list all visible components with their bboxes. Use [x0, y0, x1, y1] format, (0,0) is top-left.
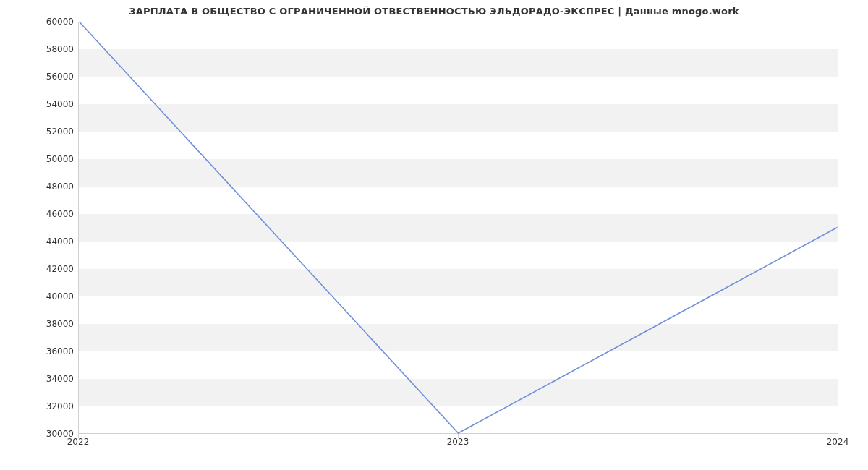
- chart-title: ЗАРПЛАТА В ОБЩЕСТВО С ОГРАНИЧЕННОЙ ОТВЕС…: [0, 6, 868, 17]
- y-tick-label: 32000: [9, 401, 74, 411]
- y-tick-label: 52000: [9, 127, 74, 137]
- x-tick-label: 2023: [447, 437, 469, 447]
- x-tick-mark: [838, 434, 838, 438]
- y-tick-label: 30000: [9, 429, 74, 439]
- y-tick-label: 46000: [9, 209, 74, 219]
- x-tick-mark: [458, 434, 459, 438]
- y-tick-label: 40000: [9, 291, 74, 302]
- y-tick-label: 34000: [9, 374, 74, 384]
- x-tick-mark: [78, 434, 79, 438]
- y-tick-label: 36000: [9, 346, 74, 356]
- y-tick-label: 56000: [9, 72, 74, 82]
- x-tick-label: 2024: [827, 437, 849, 447]
- y-tick-label: 60000: [9, 17, 74, 27]
- y-tick-label: 50000: [9, 154, 74, 164]
- series-line: [79, 22, 837, 433]
- y-tick-label: 58000: [9, 44, 74, 54]
- x-tick-label: 2022: [67, 437, 90, 447]
- line-layer: [79, 22, 838, 433]
- y-tick-label: 38000: [9, 319, 74, 329]
- chart-container: ЗАРПЛАТА В ОБЩЕСТВО С ОГРАНИЧЕННОЙ ОТВЕС…: [0, 0, 868, 470]
- y-tick-label: 42000: [9, 264, 74, 274]
- y-tick-label: 44000: [9, 236, 74, 247]
- y-tick-label: 48000: [9, 181, 74, 192]
- plot-area: [78, 22, 838, 434]
- y-tick-label: 54000: [9, 99, 74, 109]
